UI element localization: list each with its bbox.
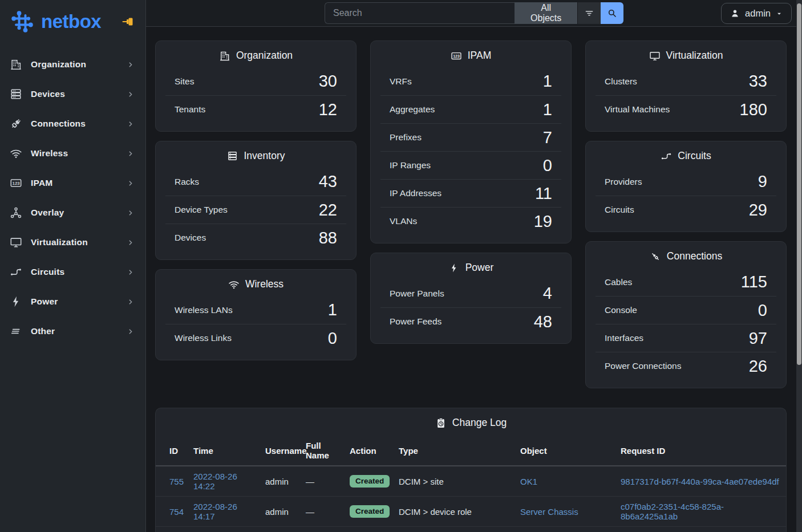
- search-input[interactable]: [325, 2, 515, 24]
- stat-value: 48: [534, 314, 552, 330]
- stat-row-console[interactable]: Console 0: [596, 296, 776, 324]
- stat-row-vrfs[interactable]: VRFs 1: [380, 67, 561, 95]
- table-row: 755 2022-08-26 14:22 admin — Created DCI…: [156, 466, 786, 497]
- sidebar-item-wireless[interactable]: Wireless: [0, 139, 145, 168]
- sidebar-item-overlay[interactable]: Overlay: [0, 198, 145, 228]
- object-link[interactable]: Server Chassis: [520, 507, 578, 517]
- caret-down-icon: [776, 10, 783, 17]
- sidebar-item-label: Connections: [31, 119, 86, 129]
- sidebar-item-other[interactable]: Other: [0, 316, 145, 346]
- sidebar-item-ipam[interactable]: 123 IPAM: [0, 168, 145, 198]
- chevron-right-icon: [127, 209, 134, 217]
- stat-label: Power Feeds: [390, 316, 441, 327]
- transit-icon: [9, 265, 23, 279]
- card-rows: Racks 43 Device Types 22 Devices 88: [156, 165, 356, 259]
- object-link[interactable]: OK1: [520, 477, 537, 486]
- change-id-link[interactable]: 754: [169, 507, 184, 517]
- card-title: Wireless: [245, 278, 283, 290]
- request-id-link[interactable]: c07f0ab2-2351-4c58-825a-8b6a2425a1ab: [621, 502, 724, 521]
- card-ipam: 123 IPAM VRFs 1 Aggregates 1 Pref: [370, 40, 572, 243]
- pushpin-icon: [121, 15, 135, 29]
- stat-label: Clusters: [605, 76, 637, 87]
- stat-row-interfaces[interactable]: Interfaces 97: [596, 324, 776, 352]
- sidebar-item-devices[interactable]: Devices: [0, 79, 145, 109]
- stat-label: Console: [605, 305, 637, 315]
- search-submit-button[interactable]: [601, 2, 623, 24]
- object-type-button[interactable]: All Objects: [515, 2, 577, 24]
- stat-row-virtual-machines[interactable]: Virtual Machines 180: [596, 95, 776, 123]
- svg-text:123: 123: [453, 54, 460, 58]
- stat-label: Cables: [605, 277, 632, 287]
- cable-icon: [650, 251, 661, 262]
- stat-row-vlans[interactable]: VLANs 19: [380, 207, 561, 235]
- brand-name[interactable]: netbox: [41, 11, 101, 33]
- change-log-title: Change Log: [452, 417, 507, 429]
- user-menu-button[interactable]: admin: [721, 3, 792, 24]
- stat-label: Devices: [175, 233, 206, 243]
- stat-row-aggregates[interactable]: Aggregates 1: [380, 95, 561, 123]
- sidebar-item-connections[interactable]: Connections: [0, 109, 145, 139]
- sidebar-item-virtualization[interactable]: Virtualization: [0, 228, 145, 257]
- card-wireless: Wireless Wireless LANs 1 Wireless Links …: [155, 269, 357, 360]
- netbox-logo-icon[interactable]: [8, 7, 37, 36]
- scrollbar-thumb[interactable]: [797, 3, 801, 365]
- stat-value: 12: [319, 101, 337, 118]
- stat-row-device-types[interactable]: Device Types 22: [165, 196, 346, 224]
- search-group: All Objects: [325, 2, 623, 24]
- sidebar-item-organization[interactable]: Organization: [0, 50, 145, 79]
- action-badge: Created: [350, 475, 390, 488]
- sidebar-item-circuits[interactable]: Circuits: [0, 257, 145, 287]
- filter-button[interactable]: [577, 2, 601, 24]
- change-time-link[interactable]: 2022-08-26 14:22: [193, 472, 237, 491]
- card-virtualization-header: Virtualization: [586, 41, 786, 65]
- stat-row-sites[interactable]: Sites 30: [165, 67, 346, 95]
- card-power-header: Power: [371, 253, 571, 277]
- sidebar-pin-button[interactable]: [120, 14, 136, 30]
- card-inventory: Inventory Racks 43 Device Types 22 Devic…: [155, 141, 357, 260]
- card-connections-header: Connections: [586, 242, 786, 266]
- stat-value: 115: [741, 274, 767, 290]
- stat-row-ip-ranges[interactable]: IP Ranges 0: [380, 151, 561, 179]
- column-header-time: Time: [188, 436, 260, 466]
- dashboard: Organization Sites 30 Tenants 12: [146, 27, 802, 532]
- chevron-right-icon: [127, 239, 134, 246]
- card-rows: Cables 115 Console 0 Interfaces 97 Power…: [586, 266, 786, 388]
- full-name-cell: —: [306, 507, 314, 517]
- change-time-link[interactable]: 2022-08-26 14:17: [193, 502, 237, 521]
- stat-row-clusters[interactable]: Clusters 33: [596, 67, 776, 95]
- chevron-right-icon: [127, 269, 134, 276]
- stat-row-tenants[interactable]: Tenants 12: [165, 95, 346, 123]
- monitor-icon: [649, 50, 661, 62]
- stat-row-power-connections[interactable]: Power Connections 26: [596, 352, 776, 380]
- stat-value: 4: [543, 285, 552, 302]
- brand: netbox: [0, 0, 145, 42]
- change-log-header: Change Log: [156, 408, 786, 436]
- stat-row-racks[interactable]: Racks 43: [165, 168, 346, 196]
- stat-row-ip-addresses[interactable]: IP Addresses 11: [380, 179, 561, 207]
- stat-row-devices[interactable]: Devices 88: [165, 224, 346, 251]
- chevron-right-icon: [127, 328, 134, 335]
- card-rows: Providers 9 Circuits 29: [586, 165, 786, 232]
- stat-value: 19: [534, 213, 552, 230]
- sidebar-item-label: Other: [31, 326, 55, 336]
- stat-row-power-panels[interactable]: Power Panels 4: [380, 279, 561, 307]
- column-header-id: ID: [156, 436, 188, 466]
- card-connections: Connections Cables 115 Console 0 Interfa…: [585, 241, 787, 388]
- stat-row-wireless-lans[interactable]: Wireless LANs 1: [165, 296, 346, 324]
- column-header-action: Action: [344, 436, 393, 466]
- stat-label: Device Types: [175, 205, 228, 215]
- request-id-link[interactable]: 9817317d-b67f-440a-99ca-4ae07ede94df: [621, 477, 779, 486]
- change-id-link[interactable]: 755: [169, 477, 184, 486]
- stat-value: 0: [543, 157, 552, 174]
- stat-row-prefixes[interactable]: Prefixes 7: [380, 123, 561, 151]
- stat-label: Wireless Links: [175, 333, 232, 343]
- stat-label: VLANs: [390, 216, 417, 226]
- stat-row-cables[interactable]: Cables 115: [596, 268, 776, 296]
- stat-row-power-feeds[interactable]: Power Feeds 48: [380, 307, 561, 335]
- stat-row-circuits[interactable]: Circuits 29: [596, 196, 776, 224]
- card-organization-header: Organization: [156, 41, 356, 65]
- stat-row-providers[interactable]: Providers 9: [596, 168, 776, 196]
- stat-row-wireless-links[interactable]: Wireless Links 0: [165, 324, 346, 352]
- sidebar: netbox: [0, 0, 146, 532]
- sidebar-item-power[interactable]: Power: [0, 287, 145, 316]
